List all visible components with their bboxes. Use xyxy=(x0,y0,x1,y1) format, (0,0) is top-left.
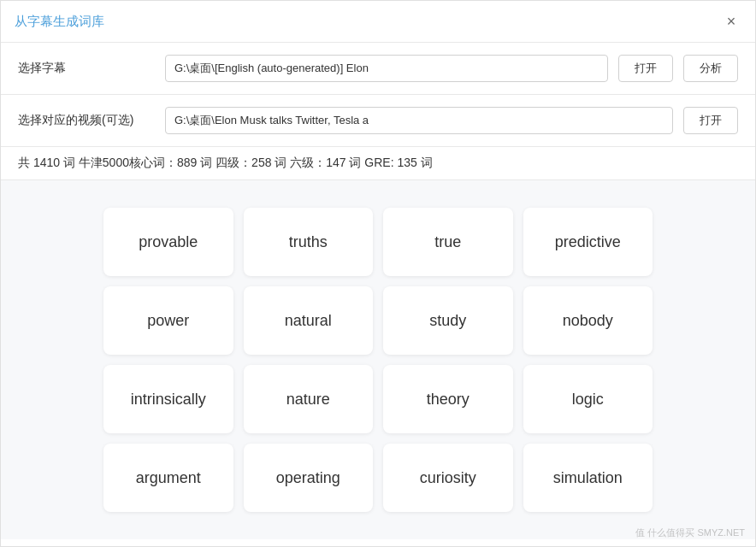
window-title: 从字幕生成词库 xyxy=(15,14,104,30)
video-label: 选择对应的视频(可选) xyxy=(18,113,155,128)
word-card[interactable]: nature xyxy=(244,365,374,433)
word-card[interactable]: operating xyxy=(244,444,374,512)
word-card[interactable]: argument xyxy=(103,444,233,512)
word-card[interactable]: true xyxy=(383,208,513,276)
word-card[interactable]: intrinsically xyxy=(103,365,233,433)
word-card[interactable]: natural xyxy=(244,286,374,355)
form-section: 选择字幕 G:\桌面\[English (auto-generated)] El… xyxy=(1,43,755,147)
subtitle-label: 选择字幕 xyxy=(18,61,155,76)
word-card[interactable]: nobody xyxy=(523,286,653,355)
subtitle-row: 选择字幕 G:\桌面\[English (auto-generated)] El… xyxy=(1,43,755,95)
watermark: 值 什么值得买 SMYZ.NET xyxy=(635,526,745,539)
word-card[interactable]: simulation xyxy=(523,444,653,512)
stats-bar: 共 1410 词 牛津5000核心词：889 词 四级：258 词 六级：147… xyxy=(1,147,755,180)
close-button[interactable]: × xyxy=(721,11,741,32)
word-card[interactable]: theory xyxy=(383,365,513,433)
word-card[interactable]: truths xyxy=(244,208,374,276)
analyze-button[interactable]: 分析 xyxy=(683,55,738,82)
open-subtitle-button[interactable]: 打开 xyxy=(618,55,673,82)
title-bar: 从字幕生成词库 × xyxy=(1,1,755,43)
stats-text: 共 1410 词 牛津5000核心词：889 词 四级：258 词 六级：147… xyxy=(18,156,433,169)
words-area: provabletruthstruepredictivepowernatural… xyxy=(1,180,755,539)
word-card[interactable]: predictive xyxy=(523,208,653,276)
word-card[interactable]: power xyxy=(103,286,233,355)
word-card[interactable]: logic xyxy=(523,365,653,433)
words-grid: provabletruthstruepredictivepowernatural… xyxy=(52,194,704,526)
subtitle-input[interactable]: G:\桌面\[English (auto-generated)] Elon xyxy=(165,55,608,82)
video-row: 选择对应的视频(可选) G:\桌面\Elon Musk talks Twitte… xyxy=(1,95,755,147)
open-video-button[interactable]: 打开 xyxy=(683,107,738,134)
video-input[interactable]: G:\桌面\Elon Musk talks Twitter, Tesla a xyxy=(165,107,673,134)
word-card[interactable]: provable xyxy=(103,208,233,276)
main-window: 从字幕生成词库 × 选择字幕 G:\桌面\[English (auto-gene… xyxy=(0,0,756,547)
word-card[interactable]: curiosity xyxy=(383,444,513,512)
word-card[interactable]: study xyxy=(383,286,513,355)
